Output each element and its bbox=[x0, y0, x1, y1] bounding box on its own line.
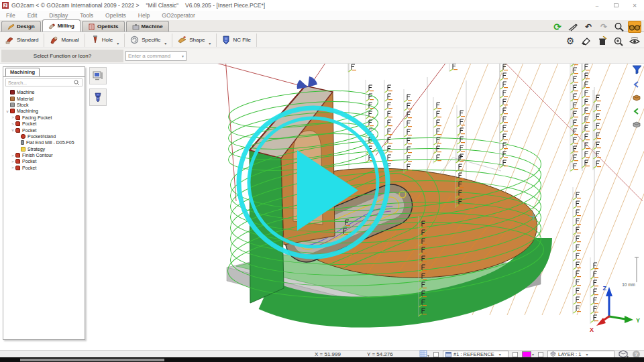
tree-item-machine[interactable]: Machine bbox=[5, 89, 84, 95]
milling-toolbar: Standard Manual Hole▾ Specific▾ Shape▾ N… bbox=[0, 32, 644, 48]
tree-search-input[interactable]: Search... bbox=[5, 78, 83, 86]
layers-icon bbox=[550, 351, 556, 357]
menu-item-go2operator[interactable]: GO2operator bbox=[156, 12, 201, 19]
pocket-icon bbox=[15, 166, 20, 170]
menu-item-opelists[interactable]: Opelists bbox=[99, 12, 132, 19]
tab-machining-panel[interactable]: Machining bbox=[5, 68, 40, 76]
shape-icon bbox=[178, 36, 186, 44]
undo-icon[interactable]: ↶ bbox=[582, 21, 595, 33]
tree-item-label: Pocket/Island bbox=[28, 134, 56, 139]
tree-item-pocket-island[interactable]: Pocket/Island bbox=[5, 133, 84, 139]
menu-item-display[interactable]: Display bbox=[43, 12, 74, 19]
menubar: FileEditDisplayToolsOpelistsHelpGO2opera… bbox=[0, 11, 644, 20]
tool-holder-icon bbox=[94, 93, 102, 102]
close-button[interactable]: ✕ bbox=[625, 0, 644, 11]
view-rotate-eye-icon[interactable] bbox=[628, 35, 641, 47]
expand-arrow-icon[interactable]: > bbox=[10, 160, 15, 164]
menu-item-tools[interactable]: Tools bbox=[74, 12, 99, 19]
regenerate-icon[interactable]: ⟳ bbox=[551, 21, 564, 33]
measure-caliper-icon[interactable] bbox=[566, 21, 580, 33]
menu-item-file[interactable]: File bbox=[0, 12, 21, 19]
eraser-icon[interactable] bbox=[580, 35, 593, 47]
tool-manager-button[interactable] bbox=[89, 88, 107, 106]
tab-milling[interactable]: Milling bbox=[42, 19, 80, 32]
tree-item-pocket[interactable]: >Pocket bbox=[5, 165, 84, 171]
expand-arrow-icon[interactable]: > bbox=[10, 154, 15, 158]
go2cam-window: 10 mm Z Y X 2 GO2cam < © GO2cam Internat… bbox=[0, 0, 644, 362]
current-color-select[interactable]: ▾ bbox=[522, 351, 534, 357]
tree-item-label: Pocket bbox=[22, 128, 36, 133]
filter-funnel-icon[interactable] bbox=[632, 65, 642, 77]
tree-item-label: Flat End Mill - D05.F05 bbox=[26, 140, 74, 145]
zoom-icon[interactable] bbox=[612, 21, 626, 33]
milling-tool-icon bbox=[48, 23, 56, 29]
tree-item-facing-pocket[interactable]: >Facing Pocket bbox=[5, 115, 84, 121]
video-progress-strip[interactable] bbox=[0, 357, 644, 362]
tree-item-label: Facing Pocket bbox=[22, 115, 52, 120]
nc-file-button[interactable]: NC File bbox=[217, 34, 257, 47]
tab-machine[interactable]: Machine bbox=[126, 21, 169, 32]
tree-item-stock[interactable]: Stock bbox=[5, 102, 84, 108]
expand-arrow-icon[interactable]: v bbox=[10, 128, 15, 132]
tree-item-label: Strategy bbox=[28, 147, 45, 152]
shaded-view-glasses-icon[interactable] bbox=[628, 21, 641, 33]
expand-arrow-icon[interactable]: > bbox=[10, 115, 15, 119]
shape-button[interactable]: Shape▾ bbox=[172, 34, 217, 47]
collapse-part-green-icon[interactable] bbox=[633, 105, 641, 117]
pocket-icon bbox=[15, 128, 20, 133]
expand-arrow-icon[interactable]: > bbox=[10, 122, 15, 126]
scale-ruler: 10 mm bbox=[622, 257, 639, 287]
tree-item-pocket[interactable]: >Pocket bbox=[5, 121, 84, 127]
menu-item-help[interactable]: Help bbox=[132, 12, 156, 19]
redo-icon[interactable]: ↷ bbox=[597, 21, 610, 33]
manual-button[interactable]: Manual bbox=[44, 34, 85, 47]
tab-opelists[interactable]: Opelists bbox=[82, 21, 125, 32]
reference-checkbox[interactable] bbox=[433, 352, 439, 357]
tree-item-machining[interactable]: vMachining bbox=[5, 108, 84, 114]
window-title: GO2cam < © GO2cam International 2009 - 2… bbox=[11, 2, 272, 9]
list-icon bbox=[88, 23, 95, 30]
layer-checkbox[interactable] bbox=[538, 352, 543, 357]
maximize-button[interactable] bbox=[606, 0, 625, 11]
command-input[interactable]: Enter a command ▾ bbox=[125, 51, 186, 61]
standard-tool-icon bbox=[5, 36, 14, 44]
titlebar: 2 GO2cam < © GO2cam International 2009 -… bbox=[0, 0, 644, 11]
expand-arrow-icon[interactable]: v bbox=[5, 109, 10, 113]
machining-tree: MachineMaterialStockvMachining>Facing Po… bbox=[5, 89, 84, 171]
simulation-button[interactable] bbox=[89, 67, 107, 84]
standard-button[interactable]: Standard bbox=[0, 34, 44, 47]
machining-settings-icon[interactable]: ⚙ bbox=[564, 35, 577, 47]
tree-item-label: Pocket bbox=[22, 166, 36, 170]
menu-item-edit[interactable]: Edit bbox=[21, 12, 44, 19]
coordinate-x: X = 51.999 bbox=[315, 351, 363, 357]
monitor-play-icon bbox=[93, 71, 103, 80]
hole-button[interactable]: Hole▾ bbox=[85, 34, 125, 47]
tree-item-pocket[interactable]: vPocket bbox=[5, 127, 84, 133]
chevron-down-icon: ▾ bbox=[117, 41, 119, 47]
tab-design[interactable]: Design bbox=[1, 21, 41, 32]
collapse-part-blue-icon[interactable] bbox=[633, 78, 641, 90]
color-checkbox[interactable] bbox=[513, 352, 518, 357]
tree-item-flat-end-mill-d05-f05[interactable]: Flat End Mill - D05.F05 bbox=[5, 139, 84, 145]
expand-arrow-icon[interactable]: > bbox=[10, 166, 15, 170]
hole-drill-icon bbox=[91, 36, 99, 44]
machining-icon bbox=[10, 109, 15, 113]
display-filter-column bbox=[631, 65, 643, 131]
tree-item-material[interactable]: Material bbox=[5, 95, 84, 101]
specific-button[interactable]: Specific▾ bbox=[125, 34, 172, 47]
quick-toolbar-bottom: ⚙ bbox=[564, 35, 641, 47]
tree-item-pocket[interactable]: >Pocket bbox=[5, 158, 84, 164]
manual-tool-icon bbox=[50, 36, 58, 44]
pocket-icon bbox=[15, 115, 20, 120]
nc-file-shield-icon bbox=[222, 36, 230, 44]
minimize-button[interactable]: – bbox=[588, 0, 606, 11]
command-prompt-label: Select Function or Icon? bbox=[1, 50, 123, 62]
color-swatch bbox=[522, 351, 531, 357]
tree-item-strategy[interactable]: Strategy bbox=[5, 146, 84, 152]
axis-y-label: Y bbox=[636, 317, 640, 324]
delete-toolpath-icon[interactable] bbox=[596, 35, 609, 47]
tree-item-finish-contour[interactable]: >Finish Contour bbox=[5, 152, 84, 158]
pocket-icon bbox=[15, 153, 20, 158]
zoom-extents-icon[interactable] bbox=[612, 35, 625, 47]
chevron-down-icon: ▾ bbox=[532, 352, 534, 357]
